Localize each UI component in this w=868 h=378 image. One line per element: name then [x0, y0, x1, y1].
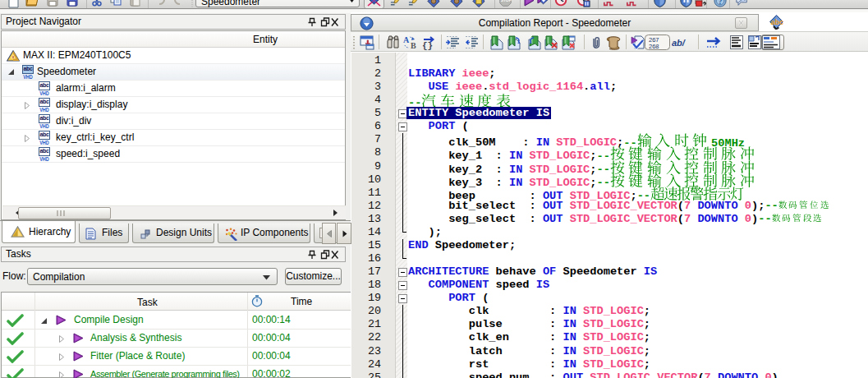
svg-text:268: 268 [649, 43, 659, 50]
svg-text:abc: abc [771, 18, 783, 26]
svg-text:?: ? [719, 0, 723, 6]
svg-text:ab/: ab/ [672, 38, 687, 48]
svg-text:A: A [403, 35, 410, 44]
svg-text:STOP: STOP [501, 0, 512, 2]
svg-text:{}: {} [422, 41, 433, 50]
svg-text:B: B [411, 41, 416, 50]
